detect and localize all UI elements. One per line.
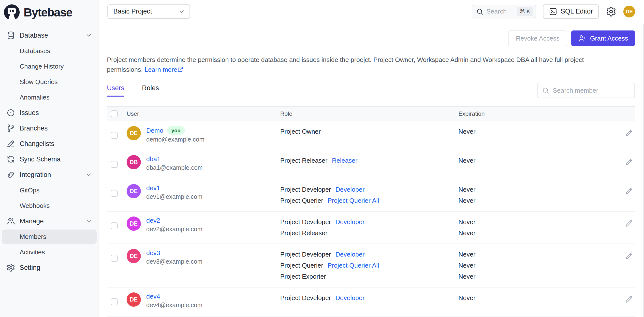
member-email: dba1@example.com [146,164,203,171]
role-line: Project Querier Project Querier All [280,260,454,271]
row-checkbox[interactable] [111,161,118,168]
sidebar-item-label: Integration [20,171,51,179]
sidebar-item-database[interactable]: Database [2,28,96,42]
sidebar-item-webhooks[interactable]: Webhooks [2,198,96,213]
member-name-link[interactable]: dev4 [146,293,160,300]
sidebar-item-setting[interactable]: Setting [2,260,96,275]
row-checkbox[interactable] [111,132,118,139]
sidebar-item-anomalies[interactable]: Anomalies [2,90,96,104]
tab-users[interactable]: Users [107,84,124,96]
avatar: DE [126,126,141,140]
sidebar-item-label: Manage [20,218,44,225]
avatar: DB [126,155,141,169]
tabs-row: Users Roles [107,83,635,98]
row-checkbox[interactable] [111,222,118,229]
learn-more-link[interactable]: Learn more [144,66,184,73]
user-cell: DB dba1 dba1@example.com [122,155,275,171]
expiration-value: Never [458,195,618,206]
sidebar-item-branches[interactable]: Branches [2,121,96,136]
role-name: Project Querier [280,197,323,204]
member-search-input[interactable] [552,86,630,94]
changelist-icon [6,139,15,148]
member-name-link[interactable]: dev1 [146,184,160,192]
tab-roles[interactable]: Roles [142,84,159,96]
global-search-input[interactable] [486,7,514,16]
edit-member-button[interactable] [625,187,633,195]
row-checkbox[interactable] [111,298,118,305]
select-all-checkbox[interactable] [111,110,118,117]
sidebar-item-integration[interactable]: Integration [2,168,96,182]
edit-member-button[interactable] [625,220,633,227]
manage-icon [6,217,15,226]
role-link[interactable]: Developer [336,186,365,194]
issues-icon [6,108,15,117]
sidebar-item-manage[interactable]: Manage [2,214,96,228]
role-name: Project Releaser [280,157,328,164]
role-link[interactable]: Project Querier All [328,262,379,269]
role-line: Project Exporter [280,271,454,282]
sidebar-item-slow-queries[interactable]: Slow Queries [2,75,96,89]
edit-member-button[interactable] [625,252,633,260]
expiration-value: Never [458,292,618,304]
member-email: demo@example.com [146,136,204,143]
sql-editor-button[interactable]: SQL Editor [543,4,599,19]
expiration-value: Never [458,155,618,166]
global-search[interactable]: ⌘ K [472,5,536,18]
expiration-value: Never [458,228,618,238]
terminal-icon [549,7,557,16]
user-cell: DE dev3 dev3@example.com [122,249,275,265]
member-search[interactable] [537,83,635,98]
chevron-down-icon [85,218,92,224]
project-selector-value: Basic Project [113,8,152,15]
gear-icon [6,263,15,272]
bytebase-logo[interactable]: Bytebase [0,0,98,23]
expiration-cell: Never [454,292,618,304]
scrollbar-track[interactable] [643,24,644,317]
sidebar-item-sync-schema[interactable]: Sync Schema [2,152,96,166]
member-email: dev1@example.com [146,193,202,200]
roles-cell: Project Developer Developer [275,292,454,304]
column-header-user: User [122,110,275,117]
edit-member-button[interactable] [625,296,633,303]
settings-gear-icon[interactable] [606,6,616,17]
sidebar-item-gitops[interactable]: GitOps [2,183,96,197]
actions-row: Revoke Access Grant Access [107,30,635,46]
revoke-access-button[interactable]: Revoke Access [508,30,568,46]
row-checkbox[interactable] [111,255,118,262]
member-name-link[interactable]: dev3 [146,249,160,257]
edit-member-button[interactable] [625,158,633,166]
expiration-value: Never [458,216,618,228]
member-name-link[interactable]: Demo [146,127,163,134]
sidebar-item-label: Branches [20,124,48,132]
role-link[interactable]: Developer [336,218,365,226]
role-link[interactable]: Developer [336,251,365,258]
expiration-cell: Never [454,155,618,166]
member-name-link[interactable]: dba1 [146,155,160,163]
sidebar-item-members[interactable]: Members [2,230,96,244]
sidebar-item-activities[interactable]: Activities [2,245,96,259]
role-name: Project Developer [280,218,331,226]
topbar: Basic Project ⌘ K SQL Editor DE [99,0,644,23]
role-link[interactable]: Developer [336,294,365,302]
sidebar-item-changelists[interactable]: Changelists [2,137,96,151]
grant-access-button[interactable]: Grant Access [571,30,635,46]
sidebar-item-label: Members [20,233,46,240]
bytebase-logo-icon [4,4,20,20]
row-checkbox[interactable] [111,190,118,197]
user-avatar[interactable]: DE [623,6,635,18]
role-link[interactable]: Project Querier All [328,197,379,204]
edit-member-button[interactable] [625,129,633,137]
sidebar-item-change-history[interactable]: Change History [2,59,96,74]
sidebar-item-label: Slow Queries [20,78,58,86]
sidebar-item-issues[interactable]: Issues [2,106,96,120]
role-link[interactable]: Releaser [332,157,358,164]
project-selector[interactable]: Basic Project [108,4,190,19]
table-row: DE dev1 dev1@example.com Project Develop… [107,179,635,212]
app-root: Bytebase DatabaseDatabasesChange History… [0,0,644,317]
sidebar-item-databases[interactable]: Databases [2,44,96,58]
member-name-link[interactable]: dev2 [146,217,160,224]
role-name: Project Releaser [280,229,328,237]
expiration-value: Never [458,126,618,137]
sidebar: Bytebase DatabaseDatabasesChange History… [0,0,99,317]
members-table: User Role Expiration DE Demo you demo@ex… [107,106,635,316]
